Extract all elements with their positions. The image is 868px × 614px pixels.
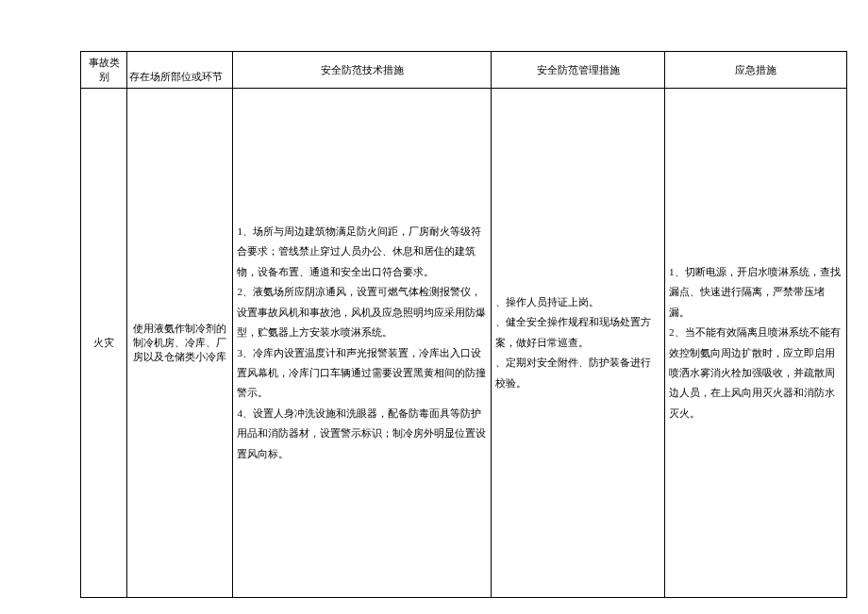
- cell-tech-text: 1、场所与周边建筑物满足防火间距，厂房耐火等级符合要求；管线禁止穿过人员办公、休…: [237, 225, 486, 459]
- data-row: 火灾 使用液氨作制冷剂的制冷机房、冷库、厂房以及仓储类小冷库 1、场所与周边建筑…: [81, 89, 847, 598]
- cell-tech: 1、场所与周边建筑物满足防火间距，厂房耐火等级符合要求；管线禁止穿过人员办公、休…: [233, 89, 492, 598]
- header-mgmt-label: 安全防范管理措施: [537, 64, 620, 75]
- header-location-label: 存在场所部位或环节: [129, 71, 223, 82]
- cell-emergency: 1、切断电源，开启水喷淋系统，查找漏点、快速进行隔离，严禁带压堵漏。 2、当不能…: [665, 89, 847, 598]
- cell-emergency-text: 1、切断电源，开启水喷淋系统，查找漏点、快速进行隔离，严禁带压堵漏。 2、当不能…: [669, 266, 841, 419]
- cell-location-text: 使用液氨作制冷剂的制冷机房、冷库、厂房以及仓储类小冷库: [133, 323, 226, 362]
- header-row: 事故类别 存在场所部位或环节 安全防范技术措施 安全防范管理措施 应急措施: [81, 52, 847, 89]
- safety-table: 事故类别 存在场所部位或环节 安全防范技术措施 安全防范管理措施 应急措施: [80, 51, 847, 598]
- cell-accident-type: 火灾: [81, 89, 127, 598]
- cell-mgmt: 、操作人员持证上岗。 、健全安全操作规程和现场处置方案，做好日常巡查。 、定期对…: [492, 89, 665, 598]
- header-location: 存在场所部位或环节: [127, 52, 233, 89]
- header-accident-type: 事故类别: [81, 52, 127, 89]
- header-mgmt: 安全防范管理措施: [492, 52, 665, 89]
- header-tech-label: 安全防范技术措施: [321, 64, 404, 75]
- cell-location: 使用液氨作制冷剂的制冷机房、冷库、厂房以及仓储类小冷库: [127, 89, 233, 598]
- cell-accident-type-text: 火灾: [93, 337, 114, 348]
- safety-table-wrap: 事故类别 存在场所部位或环节 安全防范技术措施 安全防范管理措施 应急措施: [80, 51, 847, 598]
- header-tech: 安全防范技术措施: [233, 52, 492, 89]
- cell-mgmt-text: 、操作人员持证上岗。 、健全安全操作规程和现场处置方案，做好日常巡查。 、定期对…: [495, 296, 651, 389]
- header-emergency-label: 应急措施: [735, 64, 776, 75]
- header-accident-type-label: 事故类别: [84, 56, 124, 84]
- header-emergency: 应急措施: [665, 52, 847, 89]
